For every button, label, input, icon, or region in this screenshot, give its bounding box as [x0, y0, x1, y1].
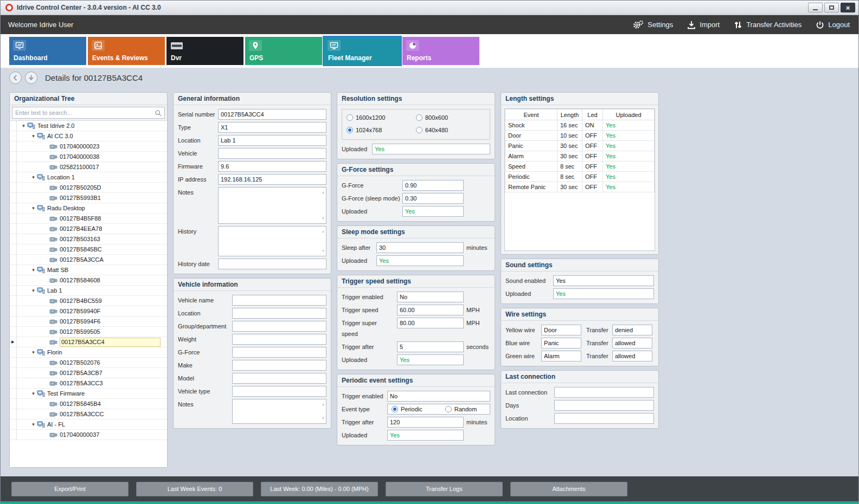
- field-input[interactable]: Yes: [402, 206, 464, 217]
- expand-arrow-icon[interactable]: [30, 391, 37, 396]
- field-input[interactable]: Yes: [553, 288, 654, 299]
- wire-event-input[interactable]: Panic: [541, 338, 581, 348]
- field-input[interactable]: 192.168.16.125: [218, 174, 326, 185]
- bottom-button[interactable]: Last Week: 0.00 (Miles) - 0.00 (MPH): [261, 482, 378, 496]
- field-input[interactable]: 120: [387, 417, 464, 428]
- bottom-button[interactable]: Attachments: [510, 482, 627, 496]
- field-input[interactable]: 5: [397, 341, 464, 352]
- tree-node[interactable]: Lab 1: [10, 286, 167, 296]
- tree-node[interactable]: 025821100017: [10, 162, 167, 172]
- tree-node[interactable]: 017040000038: [10, 152, 167, 162]
- field-input[interactable]: [232, 360, 326, 371]
- expand-arrow-icon[interactable]: [30, 267, 37, 273]
- tab[interactable]: Dvr: [166, 37, 243, 65]
- field-input[interactable]: [218, 148, 326, 159]
- field-input[interactable]: 0.30: [402, 193, 464, 204]
- import-button[interactable]: Import: [687, 21, 720, 29]
- field-input[interactable]: Yes: [397, 354, 464, 365]
- bottom-button[interactable]: Last Week Events: 0: [136, 482, 253, 496]
- tab[interactable]: Reports: [402, 37, 479, 65]
- download-details-button[interactable]: [25, 72, 37, 84]
- field-input[interactable]: [232, 308, 326, 319]
- field-input[interactable]: [232, 399, 326, 424]
- bottom-button[interactable]: Transfer Logs: [386, 482, 503, 496]
- resolution-radio[interactable]: 1024x768: [347, 127, 416, 133]
- field-input[interactable]: [218, 259, 326, 269]
- field-input[interactable]: No: [387, 391, 490, 402]
- tree-node[interactable]: 00127B5845B4: [10, 399, 167, 409]
- tree-node[interactable]: 00127B599505: [10, 327, 167, 337]
- tree-node[interactable]: 00127B4BC559: [10, 296, 167, 306]
- maximize-button[interactable]: [824, 3, 839, 12]
- field-input[interactable]: [232, 373, 326, 384]
- tree-node[interactable]: 00127B5A3CCA: [10, 255, 167, 265]
- field-input[interactable]: [232, 295, 326, 306]
- tree-node[interactable]: 00127B584608: [10, 275, 167, 286]
- field-input[interactable]: [232, 334, 326, 345]
- back-button[interactable]: [9, 72, 22, 84]
- tree-node[interactable]: AI - FL: [10, 419, 167, 430]
- field-input[interactable]: 30: [376, 242, 464, 253]
- expand-arrow-icon[interactable]: [30, 288, 37, 293]
- field-input[interactable]: Lab 1: [218, 135, 326, 146]
- tree-node[interactable]: Test Firmware: [10, 389, 167, 399]
- tree-node[interactable]: 00127B5A3CC4: [10, 337, 167, 347]
- tree-node[interactable]: 017040000037: [10, 430, 167, 440]
- tab[interactable]: GPS: [245, 37, 322, 65]
- tree-node[interactable]: 00127B5A3CB7: [10, 368, 167, 378]
- tree-node[interactable]: 00127B503163: [10, 234, 167, 244]
- tab[interactable]: Events & Reviews: [88, 37, 165, 65]
- tree-node[interactable]: 00127B5A3CCC: [10, 409, 167, 419]
- wire-transfer-input[interactable]: allowed: [612, 351, 652, 361]
- resolution-radio[interactable]: 800x600: [416, 114, 485, 121]
- expand-arrow-icon[interactable]: [20, 123, 27, 128]
- close-button[interactable]: ×: [841, 3, 855, 12]
- expand-arrow-icon[interactable]: [30, 350, 37, 355]
- event-type-radio[interactable]: Random: [445, 406, 477, 412]
- wire-transfer-input[interactable]: allowed: [612, 338, 652, 348]
- tree-node[interactable]: 00127B4B5F88: [10, 214, 167, 224]
- tree-node[interactable]: 00127B5994F6: [10, 316, 167, 327]
- wire-event-input[interactable]: Alarm: [541, 351, 581, 361]
- tree-node[interactable]: 00127B5845BC: [10, 244, 167, 255]
- bottom-button[interactable]: Export/Print: [11, 482, 129, 496]
- tree-node[interactable]: 00127B4EEA78: [10, 224, 167, 234]
- tree-node[interactable]: Location 1: [10, 172, 167, 183]
- logout-button[interactable]: Logout: [816, 21, 850, 29]
- expand-arrow-icon[interactable]: [30, 133, 37, 139]
- field-input[interactable]: [218, 226, 326, 256]
- tree-node[interactable]: 00127B502076: [10, 358, 167, 368]
- wire-transfer-input[interactable]: denied: [612, 325, 652, 335]
- field-input[interactable]: [218, 187, 326, 224]
- field-input[interactable]: 00127B5A3CC4: [218, 109, 326, 120]
- minimize-button[interactable]: [808, 3, 823, 12]
- wire-event-input[interactable]: Door: [541, 325, 581, 335]
- tree-node[interactable]: AI CC 3.0: [10, 131, 167, 141]
- field-input[interactable]: No: [397, 292, 464, 302]
- tree-node[interactable]: Radu Desktop: [10, 203, 167, 214]
- expand-arrow-icon[interactable]: [30, 175, 37, 180]
- field-input[interactable]: 60.00: [397, 305, 464, 315]
- field-input[interactable]: X1: [218, 122, 326, 133]
- event-type-radio[interactable]: Periodic: [392, 406, 422, 412]
- tree-node[interactable]: Matt SB: [10, 265, 167, 275]
- tree-node[interactable]: Test Idrive 2.0: [10, 121, 167, 131]
- field-input[interactable]: [232, 321, 326, 332]
- resolution-radio[interactable]: 1600x1200: [347, 114, 416, 121]
- expand-arrow-icon[interactable]: [30, 422, 37, 427]
- search-input[interactable]: [12, 107, 165, 119]
- field-input[interactable]: 0.90: [402, 180, 464, 191]
- tree-node[interactable]: 00127B5993B1: [10, 193, 167, 203]
- tab[interactable]: Fleet Manager: [324, 37, 401, 65]
- transfer-activities-button[interactable]: Transfer Activities: [734, 21, 802, 29]
- field-input[interactable]: Yes: [553, 275, 654, 286]
- expand-arrow-icon[interactable]: [30, 205, 37, 211]
- tree-node[interactable]: Florin: [10, 347, 167, 358]
- field-input[interactable]: 9.6: [218, 161, 326, 172]
- settings-button[interactable]: Settings: [633, 20, 673, 29]
- tree-node[interactable]: 00127B59940F: [10, 306, 167, 316]
- resolution-radio[interactable]: 640x480: [416, 127, 485, 133]
- tree-node[interactable]: 00127B50205D: [10, 183, 167, 193]
- field-input[interactable]: [232, 386, 326, 397]
- field-input[interactable]: 80.00: [397, 318, 464, 328]
